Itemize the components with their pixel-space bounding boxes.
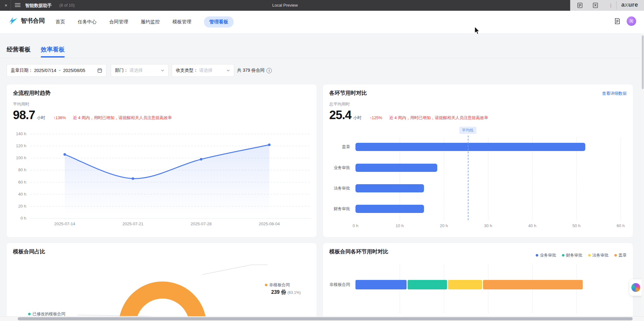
card-template-share: 模板合同占比 非模板合同 239 份 (63.1%) 已修改的模板合同 — [6, 243, 317, 321]
notes-icon[interactable] — [613, 17, 621, 25]
tab-1[interactable]: 效率看板 — [41, 45, 65, 58]
average-line-badge: 平均线 — [459, 127, 476, 134]
segment-3 — [483, 280, 583, 289]
date-end-value: 2025/08/05 — [63, 68, 85, 73]
department-label: 部门： — [115, 68, 128, 73]
x-tick-label: 50 h — [572, 223, 580, 228]
console-icon[interactable] — [577, 2, 583, 9]
inspect-icon[interactable] — [592, 2, 599, 9]
svg-text:120 h: 120 h — [16, 143, 26, 148]
metric-delta: ↑136% — [53, 115, 66, 120]
line-chart: 0 h20 h40 h60 h80 h100 h120 h140 h2025-0… — [7, 129, 317, 238]
date-separator: － — [57, 68, 62, 73]
teal-dot-icon — [28, 313, 31, 315]
chevron-down-icon — [226, 69, 230, 72]
app-brand-name: 智书合同 — [21, 17, 45, 25]
svg-text:100 h: 100 h — [16, 155, 26, 160]
date-filter-label: 盖章日期： — [11, 68, 33, 73]
metric-row: 98.7 小时 ↑136% 近 4 周内，用时已增加，请提醒相关人员注意提高效率 — [13, 108, 172, 122]
donut-label-right: 非模板合同 — [265, 282, 290, 288]
date-start-value: 2025/07/14 — [34, 68, 56, 73]
income-type-label: 收支类型： — [176, 68, 198, 73]
bar-row-label: 非模板合同 — [323, 282, 350, 288]
segment-2 — [448, 280, 482, 289]
nav-item-5[interactable]: 管理看板 — [204, 16, 234, 27]
stacked-bar-chart: 非模板合同 — [323, 243, 634, 321]
svg-text:60 h: 60 h — [18, 180, 26, 185]
user-avatar[interactable]: 闻 — [627, 16, 636, 26]
tabs-divider — [0, 58, 644, 58]
app-navbar: 智书合同 首页任务中心合同管理履约监控模板管理管理看板 闻 — [0, 11, 644, 33]
svg-text:0 h: 0 h — [21, 216, 26, 221]
calendar-icon — [97, 68, 102, 73]
card-title: 全流程用时趋势 — [13, 89, 51, 97]
contract-total: 共 379 份合同 i — [237, 64, 272, 77]
svg-text:2025-07-14: 2025-07-14 — [54, 221, 75, 226]
bar-row-label: 法务审批 — [323, 185, 350, 191]
bar-0 — [355, 143, 585, 151]
horizontal-scrollbar-thumb[interactable] — [18, 317, 633, 320]
svg-text:80 h: 80 h — [18, 167, 26, 172]
app-brand[interactable]: 智书合同 — [8, 16, 45, 25]
bar-chart: 0 h10 h20 h30 h40 h50 h60 h盖章业务审批法务审批财务审… — [323, 84, 634, 238]
x-tick-label: 0 h — [353, 223, 358, 228]
average-line — [468, 136, 468, 220]
x-tick-label: 30 h — [484, 223, 492, 228]
svg-text:2025-07-21: 2025-07-21 — [122, 221, 144, 226]
metric-value: 98.7 — [13, 108, 35, 122]
navbar-right: 闻 — [613, 16, 636, 26]
nav-item-0[interactable]: 首页 — [56, 19, 65, 25]
metric-label: 平均用时 — [13, 101, 29, 107]
axure-logo: axure — [621, 1, 638, 8]
bar-row-label: 盖章 — [323, 144, 350, 150]
dashboard-tabs: 经营看板效率看板 — [7, 45, 65, 58]
info-icon[interactable]: i — [266, 68, 272, 73]
bar-2 — [355, 184, 424, 192]
x-tick-label: 40 h — [528, 223, 536, 228]
donut-value-right: 239 份 (63.1%) — [271, 289, 301, 296]
ai-assistant-button[interactable] — [629, 279, 642, 296]
contract-total-text: 共 379 份合同 — [237, 68, 265, 73]
gridline — [621, 137, 621, 220]
x-tick-label: 10 h — [396, 223, 403, 228]
svg-text:140 h: 140 h — [16, 131, 26, 136]
bar-row-label: 业务审批 — [323, 165, 350, 171]
app-root: × 智能数据助手 (8 of 10) Local Preview ⋮ axure… — [0, 0, 644, 321]
nav-item-3[interactable]: 履约监控 — [141, 19, 160, 25]
svg-text:40 h: 40 h — [18, 192, 26, 197]
card-template-stage-duration: 模板合同各环节用时对比 业务审批财务审批法务审批盖章 非模板合同 — [323, 243, 633, 321]
card-process-duration-trend: 全流程用时趋势 平均用时 98.7 小时 ↑136% 近 4 周内，用时已增加，… — [6, 84, 317, 238]
x-tick-label: 20 h — [440, 223, 448, 228]
app-logo-icon — [8, 16, 18, 25]
bar-row-label: 财务审批 — [323, 206, 350, 212]
orange-dot-icon — [265, 284, 267, 286]
segment-1 — [408, 280, 447, 289]
segment-0 — [355, 280, 407, 289]
metric-unit: 小时 — [37, 115, 45, 121]
svg-text:2025-08-04: 2025-08-04 — [259, 221, 280, 226]
local-preview-label: Local Preview — [0, 0, 570, 11]
svg-text:20 h: 20 h — [18, 204, 26, 209]
preview-topbar: × 智能数据助手 (8 of 10) Local Preview ⋮ axure — [0, 0, 644, 11]
chevron-down-icon — [161, 69, 164, 72]
date-range-filter[interactable]: 盖章日期： 2025/07/14 － 2025/08/05 — [7, 64, 106, 77]
mouse-cursor — [474, 27, 480, 35]
income-type-placeholder: 请选择 — [199, 68, 212, 73]
metric-note: 近 4 周内，用时已增加，请提醒相关人员注意提高效率 — [73, 115, 172, 121]
income-type-select[interactable]: 收支类型： 请选择 — [172, 64, 234, 77]
x-tick-label: 60 h — [617, 223, 624, 228]
nav-item-2[interactable]: 合同管理 — [109, 19, 128, 25]
department-placeholder: 请选择 — [129, 68, 143, 73]
donut-pct-right: (63.1%) — [288, 290, 301, 295]
department-select[interactable]: 部门： 请选择 — [111, 64, 169, 77]
vertical-scrollbar-thumb[interactable] — [642, 35, 644, 89]
topbar-divider-2 — [616, 1, 617, 9]
more-options-icon[interactable]: ⋮ — [609, 0, 613, 11]
nav-item-1[interactable]: 任务中心 — [78, 19, 97, 25]
bar-1 — [355, 164, 437, 172]
tab-0[interactable]: 经营看板 — [7, 45, 31, 58]
ai-assistant-icon — [631, 283, 640, 292]
bar-3 — [355, 205, 424, 213]
nav-item-4[interactable]: 模板管理 — [172, 19, 191, 25]
svg-text:2025-07-28: 2025-07-28 — [191, 221, 212, 226]
